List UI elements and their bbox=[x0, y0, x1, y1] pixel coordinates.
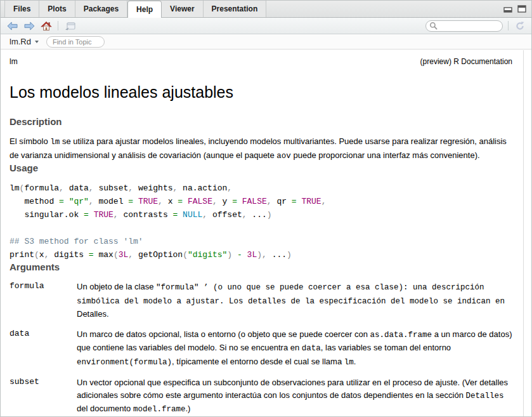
forward-arrow-icon bbox=[24, 22, 35, 30]
doc-header-right: (preview) R Documentation bbox=[420, 57, 512, 66]
back-arrow-icon bbox=[7, 22, 18, 30]
help-pane: Files Plots Packages Help Viewer Present… bbox=[0, 0, 532, 417]
argument-row: data Un marco de datos opcional, lista o… bbox=[10, 328, 512, 369]
show-in-new-window-button[interactable] bbox=[63, 20, 76, 32]
tab-files-label: Files bbox=[13, 4, 30, 13]
argument-description: Un objeto de la clase "formula" ’ (o uno… bbox=[77, 281, 512, 321]
help-toolbar bbox=[1, 18, 531, 34]
argument-description: Un marco de datos opcional, lista o ento… bbox=[77, 328, 512, 369]
argument-term: subset bbox=[10, 376, 77, 416]
argument-row: subset Un vector opcional que especifica… bbox=[10, 376, 512, 416]
description-paragraph: El símbolo lm se utiliza para ajustar mo… bbox=[10, 135, 512, 162]
refresh-button[interactable] bbox=[514, 20, 526, 32]
tab-plots[interactable]: Plots bbox=[39, 1, 75, 17]
minimize-icon[interactable] bbox=[503, 5, 512, 13]
search-icon bbox=[429, 22, 438, 30]
doc-header: lm (preview) R Documentation bbox=[10, 57, 512, 66]
topic-bar: lm.Rd bbox=[1, 34, 531, 50]
topic-dropdown[interactable]: lm.Rd bbox=[10, 37, 39, 46]
topic-name: lm.Rd bbox=[10, 37, 31, 46]
section-heading-description: Description bbox=[10, 116, 512, 127]
tab-plots-label: Plots bbox=[48, 4, 66, 13]
section-heading-usage: Usage bbox=[10, 162, 512, 173]
tab-files[interactable]: Files bbox=[4, 1, 39, 17]
code-line: lm(formula, data, subset, weights, na.ac… bbox=[10, 182, 512, 195]
argument-description: Un vector opcional que especifica un sub… bbox=[77, 376, 512, 416]
argument-term: data bbox=[10, 328, 77, 369]
open-in-new-window-icon bbox=[65, 22, 75, 30]
toolbar-separator bbox=[508, 21, 509, 30]
code-line: print(x, digits = max(3L, getOption("dig… bbox=[10, 248, 512, 261]
argument-row: formula Un objeto de la clase "formula" … bbox=[10, 281, 512, 321]
code-line bbox=[10, 222, 512, 235]
code-line: singular.ok = TRUE, contrasts = NULL, of… bbox=[10, 208, 512, 222]
tab-help[interactable]: Help bbox=[127, 1, 162, 18]
code-line: method = "qr", model = TRUE, x = FALSE, … bbox=[10, 195, 512, 208]
back-button[interactable] bbox=[6, 20, 18, 32]
page-title: Los modelos lineales ajustables bbox=[10, 83, 512, 102]
forward-button[interactable] bbox=[23, 20, 36, 32]
search-input[interactable] bbox=[438, 22, 499, 30]
tab-presentation[interactable]: Presentation bbox=[204, 1, 267, 17]
tab-packages-label: Packages bbox=[84, 4, 119, 13]
toolbar-separator bbox=[58, 21, 58, 30]
help-search-box[interactable] bbox=[425, 20, 503, 32]
chevron-down-icon bbox=[35, 41, 39, 43]
tab-viewer-label: Viewer bbox=[170, 4, 194, 13]
window-controls bbox=[503, 1, 531, 17]
tab-viewer[interactable]: Viewer bbox=[162, 1, 203, 17]
find-in-topic-input[interactable] bbox=[46, 36, 105, 48]
help-content: lm (preview) R Documentation Los modelos… bbox=[1, 50, 531, 417]
toolbar-search-area bbox=[425, 20, 526, 32]
maximize-icon[interactable] bbox=[517, 5, 526, 13]
pane-tab-bar: Files Plots Packages Help Viewer Present… bbox=[1, 1, 531, 18]
home-icon bbox=[41, 21, 52, 31]
code-line: ## S3 method for class 'lm' bbox=[10, 235, 512, 248]
section-heading-arguments: Arguments bbox=[10, 261, 512, 272]
tab-help-label: Help bbox=[136, 5, 153, 14]
doc-header-topic: lm bbox=[10, 57, 18, 66]
argument-term: formula bbox=[10, 281, 77, 321]
tab-presentation-label: Presentation bbox=[212, 4, 258, 13]
home-button[interactable] bbox=[40, 20, 53, 32]
tab-packages[interactable]: Packages bbox=[75, 1, 127, 17]
usage-code-block: lm(formula, data, subset, weights, na.ac… bbox=[10, 182, 512, 261]
vertical-scrollbar[interactable] bbox=[523, 50, 531, 416]
refresh-icon bbox=[515, 21, 525, 31]
arguments-table: formula Un objeto de la clase "formula" … bbox=[10, 281, 512, 417]
